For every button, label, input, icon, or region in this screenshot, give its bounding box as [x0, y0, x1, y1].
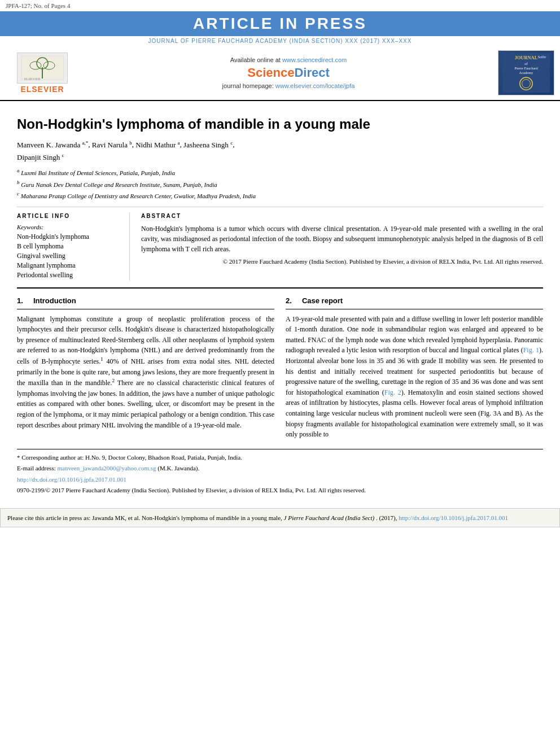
- article-ref: JPFA-127; No. of Pages 4: [6, 2, 70, 9]
- introduction-text: Malignant lymphomas constitute a group o…: [17, 314, 274, 431]
- article-title: Non-Hodgkin's lymphoma of mandible in a …: [17, 115, 543, 133]
- elsevier-tree-image: ELSEVIER: [17, 53, 68, 84]
- introduction-column: 1. Introduction Malignant lymphomas cons…: [17, 295, 274, 443]
- author-2: Ravi Narula b: [92, 141, 132, 149]
- abstract-copyright: © 2017 Pierre Fauchard Academy (India Se…: [141, 257, 543, 266]
- svg-text:Academy: Academy: [519, 71, 534, 75]
- email-link[interactable]: manveen_jawanda2000@yahoo.com.sg: [57, 465, 156, 471]
- journal-title-bar: JOURNAL OF PIERRE FAUCHARD ACADEMY (INDI…: [0, 36, 560, 46]
- article-info-panel: ARTICLE INFO Keywords: Non-Hodgkin's lym…: [17, 213, 130, 281]
- keywords-label: Keywords:: [17, 224, 121, 230]
- affiliations: a Luxmi Bai Institute of Dental Sciences…: [17, 167, 543, 201]
- section-2-number: 2.: [286, 296, 292, 305]
- article-in-press-banner: ARTICLE IN PRESS: [0, 11, 560, 36]
- case-report-column: 2. Case report A 19-year-old male presen…: [286, 295, 543, 443]
- journal-homepage: journal homepage: www.elsevier.com/locat…: [79, 82, 498, 89]
- section-1-title: Introduction: [33, 296, 76, 305]
- affiliation-b: b Guru Nanak Dev Dental College and Rese…: [17, 178, 543, 190]
- affiliation-a: a Luxmi Bai Institute of Dental Sciences…: [17, 167, 543, 178]
- author-5: Dipanjit Singh c: [17, 153, 64, 161]
- email-line: E-mail address: manveen_jawanda2000@yaho…: [17, 464, 543, 473]
- introduction-heading: 1. Introduction: [17, 295, 274, 309]
- author-3: Nidhi Mathur a: [135, 141, 180, 149]
- keyword-1: Non-Hodgkin's lymphoma: [17, 233, 121, 241]
- citation-journal: J Pierre Fauchard Acad (India Sect): [284, 514, 375, 521]
- article-info-abstract: ARTICLE INFO Keywords: Non-Hodgkin's lym…: [17, 213, 543, 281]
- case-report-heading: 2. Case report: [286, 295, 543, 309]
- journal-title-text: JOURNAL OF PIERRE FAUCHARD ACADEMY (INDI…: [148, 38, 412, 44]
- section-2-title: Case report: [302, 296, 343, 305]
- svg-text:Pierre Fauchard: Pierre Fauchard: [514, 66, 538, 70]
- author-1: Manveen K. Jawanda a,*: [17, 141, 88, 149]
- section-1-number: 1.: [17, 296, 23, 305]
- abstract-text: Non-Hodgkin's lymphoma is a tumor which …: [141, 224, 543, 254]
- keyword-2: B cell lymphoma: [17, 242, 121, 251]
- abstract-panel: ABSTRACT Non-Hodgkin's lymphoma is a tum…: [141, 213, 543, 281]
- svg-text:of: of: [524, 62, 528, 65]
- journal-cover: JOURNAL of Pierre Fauchard Academy SciDi…: [498, 50, 554, 95]
- case-report-text: A 19-year-old male presented with pain a…: [286, 314, 543, 440]
- keyword-5: Periodontal swelling: [17, 271, 121, 279]
- elsevier-text: ELSEVIER: [20, 85, 64, 94]
- corresponding-author-note: * Corresponding author at: H.No. 9, Doct…: [17, 453, 543, 462]
- divider-1: [17, 207, 543, 207]
- doi-line: http://dx.doi.org/10.1016/j.jpfa.2017.01…: [17, 475, 543, 484]
- affiliation-c: c Maharana Pratap College of Dentistry a…: [17, 190, 543, 201]
- fig1-link[interactable]: Fig. 1: [523, 346, 539, 354]
- sciencedirect-logo: ScienceDirect: [79, 65, 498, 80]
- thick-divider: [17, 287, 543, 289]
- keyword-4: Malignant lymphoma: [17, 261, 121, 270]
- elsevier-logo: ELSEVIER ELSEVIER: [6, 50, 79, 95]
- and-2: and: [446, 388, 456, 396]
- sciencedirect-url[interactable]: www.sciencedirect.com: [282, 56, 347, 63]
- abstract-heading: ABSTRACT: [141, 213, 543, 219]
- top-bar: JPFA-127; No. of Pages 4: [0, 0, 560, 11]
- citation-box: Please cite this article in press as: Ja…: [0, 508, 560, 528]
- header-logos: ELSEVIER ELSEVIER Available online at ww…: [0, 46, 560, 101]
- journal-homepage-url[interactable]: www.elsevier.com/locate/jpfa: [275, 82, 355, 89]
- citation-doi-link[interactable]: http://dx.doi.org/10.1016/j.jpfa.2017.01…: [399, 514, 508, 521]
- banner-text: ARTICLE IN PRESS: [193, 15, 367, 32]
- author-4: Jasheena Singh c: [183, 141, 233, 149]
- doi-link[interactable]: http://dx.doi.org/10.1016/j.jpfa.2017.01…: [17, 476, 126, 483]
- citation-year-suffix: . (2017),: [376, 514, 397, 521]
- svg-text:ELSEVIER: ELSEVIER: [24, 77, 40, 81]
- available-online: Available online at www.sciencedirect.co…: [79, 56, 498, 63]
- authors-line: Manveen K. Jawanda a,*, Ravi Narula b, N…: [17, 138, 543, 163]
- citation-prefix: Please cite this article in press as: Ja…: [7, 514, 282, 521]
- article-info-heading: ARTICLE INFO: [17, 213, 121, 219]
- fig2-link[interactable]: Fig. 2: [384, 388, 401, 396]
- and-1: and: [508, 378, 518, 386]
- keyword-3: Gingival swelling: [17, 252, 121, 260]
- footnotes: * Corresponding author at: H.No. 9, Doct…: [17, 449, 543, 495]
- center-info: Available online at www.sciencedirect.co…: [79, 56, 498, 89]
- svg-text:SciDir: SciDir: [538, 55, 546, 59]
- svg-text:JOURNAL: JOURNAL: [515, 55, 538, 60]
- issn-line: 0970-2199/© 2017 Pierre Fauchard Academy…: [17, 486, 543, 495]
- main-content: Non-Hodgkin's lymphoma of mandible in a …: [0, 101, 560, 503]
- body-columns: 1. Introduction Malignant lymphomas cons…: [17, 295, 543, 443]
